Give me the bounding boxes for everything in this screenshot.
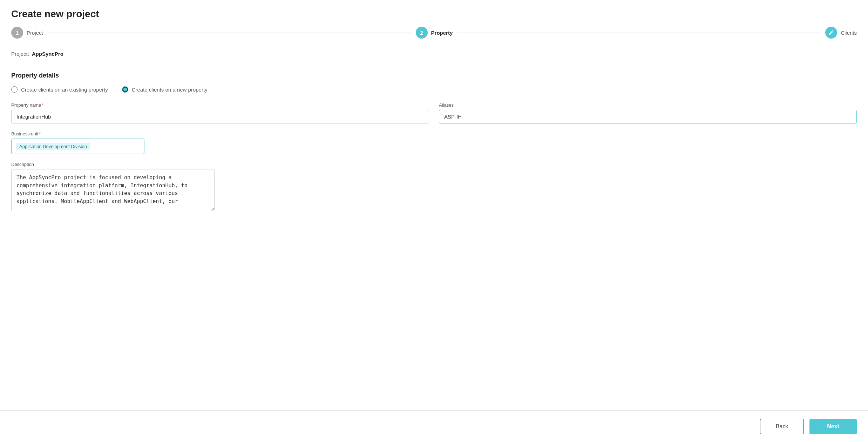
aliases-input[interactable]: [439, 110, 857, 123]
stepper: 1 Project 2 Property Clients: [0, 27, 868, 45]
step-label-project: Project: [27, 30, 43, 36]
step-line-2: [457, 33, 821, 33]
step-label-property: Property: [431, 30, 453, 36]
description-label: Description: [11, 162, 857, 167]
form-row-name-aliases: Property name* Aliases: [11, 102, 857, 123]
step-circle-clients: [825, 27, 837, 39]
next-button[interactable]: Next: [809, 419, 857, 434]
radio-existing-input[interactable]: [11, 86, 18, 93]
step-circle-project: 1: [11, 27, 23, 39]
edit-icon: [828, 29, 834, 36]
property-name-input[interactable]: [11, 110, 429, 123]
business-unit-label: Business unit*: [11, 131, 857, 136]
back-button[interactable]: Back: [760, 419, 804, 434]
property-name-label: Property name*: [11, 102, 429, 108]
radio-existing-label: Create clients on an existing property: [21, 87, 108, 93]
form-group-aliases: Aliases: [439, 102, 857, 123]
aliases-label: Aliases: [439, 102, 857, 108]
radio-new[interactable]: Create clients on a new property: [122, 86, 208, 93]
step-label-clients: Clients: [841, 30, 857, 36]
project-label: Project:: [11, 51, 29, 57]
form-group-property-name: Property name*: [11, 102, 429, 123]
project-value: AppSyncPro: [32, 51, 63, 57]
section-title: Property details: [11, 72, 857, 79]
business-unit-tag: Application Development Division: [16, 143, 90, 150]
radio-new-label: Create clients on a new property: [132, 87, 208, 93]
step-project: 1 Project: [11, 27, 43, 39]
main-content: Property details Create clients on an ex…: [0, 62, 868, 410]
project-info-row: Project: AppSyncPro: [0, 45, 868, 62]
business-unit-input[interactable]: Application Development Division: [11, 139, 144, 154]
step-line-1: [47, 33, 412, 33]
radio-new-input[interactable]: [122, 86, 128, 93]
form-group-business-unit: Business unit* Application Development D…: [11, 131, 857, 154]
step-clients: Clients: [825, 27, 857, 39]
footer: Back Next: [0, 410, 868, 442]
description-textarea[interactable]: The AppSyncPro project is focused on dev…: [11, 169, 215, 211]
step-circle-property: 2: [416, 27, 428, 39]
radio-group: Create clients on an existing property C…: [11, 86, 857, 93]
page-title: Create new project: [0, 0, 868, 27]
radio-existing[interactable]: Create clients on an existing property: [11, 86, 108, 93]
form-group-description: Description The AppSyncPro project is fo…: [11, 162, 857, 211]
step-property: 2 Property: [416, 27, 453, 39]
